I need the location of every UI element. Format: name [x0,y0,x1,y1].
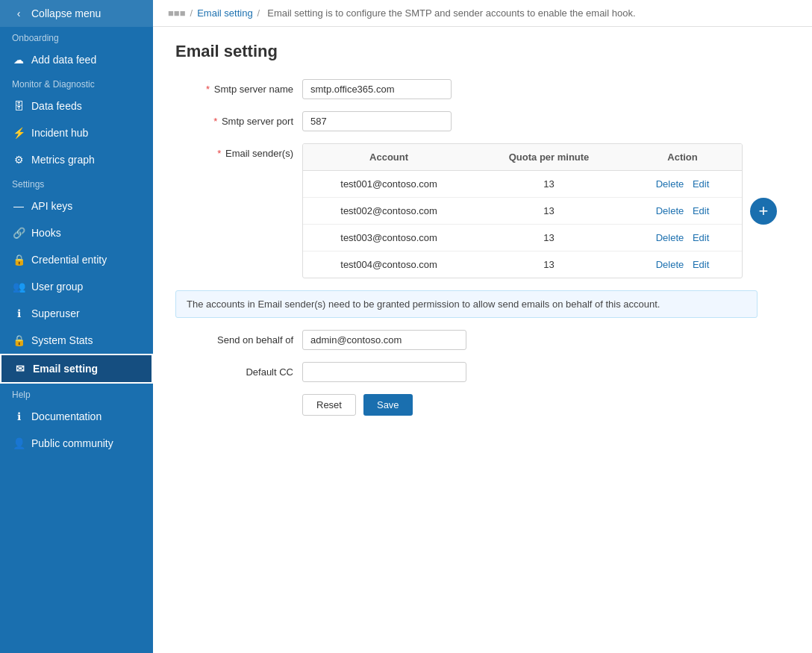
system-icon: 🔒 [12,334,25,346]
sender-quota: 13 [475,225,623,251]
reset-button[interactable]: Reset [302,394,356,416]
sidebar-item-add-data-feed[interactable]: ☁ Add data feed [0,46,153,73]
email-senders-row: * Email sender(s) Account Quota per minu… [175,143,790,278]
col-header-quota: Quota per minute [475,144,623,171]
sidebar-collapse-menu[interactable]: ‹ Collapse menu [0,0,153,27]
required-star-senders: * [217,148,221,159]
sender-actions: Delete Edit [623,225,742,251]
delete-link[interactable]: Delete [656,259,684,270]
sender-account: test003@contoso.com [303,225,475,251]
senders-wrap: Account Quota per minute Action test001@… [302,143,777,278]
api-icon: ― [12,200,25,212]
breadcrumb-sep-1: / [190,7,193,19]
senders-table: Account Quota per minute Action test001@… [303,144,742,278]
page-area: Email setting * Smtp server name * Smtp … [153,27,812,653]
page-title: Email setting [175,42,790,61]
send-on-behalf-label: Send on behalf of [175,330,302,346]
table-row: test003@contoso.com 13 Delete Edit [303,225,742,251]
table-row: test001@contoso.com 13 Delete Edit [303,171,742,198]
smtp-server-port-row: * Smtp server port [175,111,790,131]
info-box: The accounts in Email sender(s) need to … [175,290,758,318]
delete-link[interactable]: Delete [656,205,684,216]
sidebar: ‹ Collapse menu Onboarding ☁ Add data fe… [0,0,153,653]
sidebar-section-onboarding: Onboarding [0,27,153,46]
sender-quota: 13 [475,198,623,225]
sender-quota: 13 [475,251,623,278]
breadcrumb-link-1[interactable]: ■■■ [168,7,186,19]
required-star-smtp-port: * [213,116,217,127]
edit-link[interactable]: Edit [693,232,709,243]
breadcrumb-current: Email setting [197,7,252,19]
required-star-smtp-name: * [206,84,210,95]
sidebar-item-user-group[interactable]: 👥 User group [0,273,153,300]
email-senders-label: * Email sender(s) [175,143,302,159]
metrics-icon: ⚙ [12,154,25,166]
default-cc-label: Default CC [175,362,302,378]
edit-link[interactable]: Edit [693,178,709,190]
delete-link[interactable]: Delete [656,232,684,243]
community-icon: 👤 [12,437,25,449]
hook-icon: 🔗 [12,227,25,239]
sidebar-item-api-keys[interactable]: ― API keys [0,193,153,219]
breadcrumb-sep-2: / [257,7,260,19]
main-content: ■■■ / Email setting / Email setting is t… [153,0,812,653]
database-icon: 🗄 [12,100,25,112]
email-icon: ✉ [13,363,27,375]
delete-link[interactable]: Delete [656,178,684,190]
sidebar-item-email-setting[interactable]: ✉ Email setting [0,354,153,384]
button-row: Reset Save [302,394,790,416]
table-row: test004@contoso.com 13 Delete Edit [303,251,742,278]
users-icon: 👥 [12,281,25,293]
senders-table-wrap: Account Quota per minute Action test001@… [302,143,743,278]
sidebar-item-system-stats[interactable]: 🔒 System Stats [0,327,153,354]
sidebar-item-public-community[interactable]: 👤 Public community [0,430,153,457]
sidebar-item-hooks[interactable]: 🔗 Hooks [0,219,153,246]
info-icon: ℹ [12,307,25,319]
send-on-behalf-input[interactable] [302,330,466,350]
sender-account: test004@contoso.com [303,251,475,278]
save-button[interactable]: Save [363,394,413,416]
add-sender-button[interactable]: + [750,198,777,225]
smtp-server-name-input[interactable] [302,79,452,99]
edit-link[interactable]: Edit [693,205,709,216]
lock-icon: 🔒 [12,254,25,266]
col-header-action: Action [623,144,742,171]
table-row: test002@contoso.com 13 Delete Edit [303,198,742,225]
sidebar-section-help: Help [0,384,153,403]
edit-link[interactable]: Edit [693,259,709,270]
default-cc-row: Default CC [175,362,790,382]
chevron-left-icon: ‹ [12,7,25,19]
sidebar-item-credential-entity[interactable]: 🔒 Credential entity [0,246,153,273]
incident-icon: ⚡ [12,127,25,139]
cloud-icon: ☁ [12,54,25,66]
default-cc-input[interactable] [302,362,466,382]
sidebar-section-monitor: Monitor & Diagnostic [0,73,153,93]
sidebar-item-documentation[interactable]: ℹ Documentation [0,403,153,430]
docs-icon: ℹ [12,410,25,422]
sender-account: test001@contoso.com [303,171,475,198]
sidebar-item-data-feeds[interactable]: 🗄 Data feeds [0,93,153,119]
col-header-account: Account [303,144,475,171]
sidebar-section-settings: Settings [0,173,153,193]
sender-actions: Delete Edit [623,251,742,278]
sender-quota: 13 [475,171,623,198]
smtp-server-name-row: * Smtp server name [175,79,790,99]
sender-actions: Delete Edit [623,171,742,198]
sender-account: test002@contoso.com [303,198,475,225]
sidebar-item-metrics-graph[interactable]: ⚙ Metrics graph [0,146,153,173]
smtp-server-port-input[interactable] [302,111,452,131]
smtp-server-name-label: * Smtp server name [175,79,302,95]
smtp-server-port-label: * Smtp server port [175,111,302,127]
breadcrumb-description: Email setting is to configure the SMTP a… [267,7,635,19]
breadcrumb: ■■■ / Email setting / Email setting is t… [153,0,812,27]
sidebar-item-incident-hub[interactable]: ⚡ Incident hub [0,119,153,146]
sender-actions: Delete Edit [623,198,742,225]
sidebar-item-superuser[interactable]: ℹ Superuser [0,300,153,327]
send-on-behalf-row: Send on behalf of [175,330,790,350]
